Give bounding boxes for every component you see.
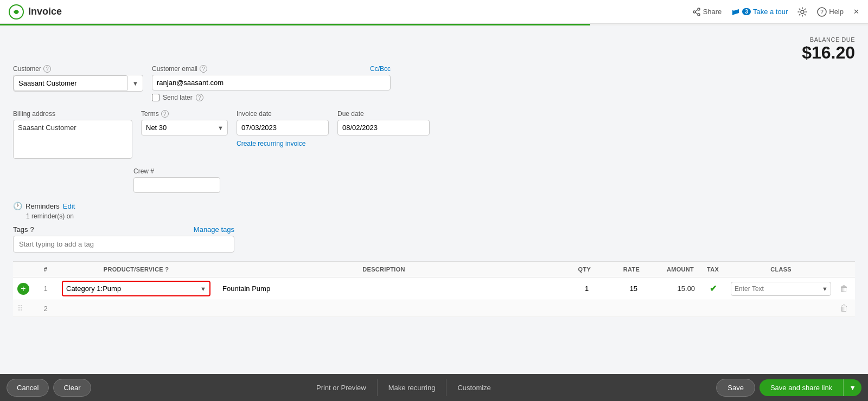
col-header-tax: TAX — [699, 262, 726, 277]
rate-cell-1 — [596, 277, 645, 300]
tour-badge: 3 — [742, 8, 751, 15]
email-help-icon[interactable]: ? — [200, 65, 207, 73]
tax-cell-1: ✔ — [699, 277, 726, 300]
crew-input[interactable] — [133, 177, 220, 193]
balance-due-amount: $16.20 — [802, 43, 855, 63]
help-button[interactable]: ? Help — [817, 7, 844, 17]
logo-area: Invoice — [9, 4, 692, 20]
product-select-1[interactable]: ▼ — [62, 281, 210, 296]
save-share-button[interactable]: Save and share link — [760, 379, 843, 396]
line-items-table: # PRODUCT/SERVICE ? DESCRIPTION QTY RATE… — [13, 261, 855, 317]
close-button[interactable]: ✕ — [853, 8, 859, 16]
svg-rect-6 — [732, 10, 733, 15]
qty-cell-1 — [553, 277, 596, 300]
col-header-qty: QTY — [553, 262, 596, 277]
tags-section: Tags ? Manage tags — [13, 225, 855, 253]
save-button[interactable]: Save — [716, 379, 755, 397]
send-later-checkbox[interactable] — [152, 94, 159, 101]
class-cell-2 — [726, 300, 835, 317]
product-cell-2[interactable] — [58, 300, 215, 317]
class-select-1[interactable]: ▼ — [731, 282, 831, 296]
terms-help-icon[interactable]: ? — [161, 110, 169, 118]
desc-cell-1 — [215, 277, 553, 300]
rate-input-1[interactable] — [601, 282, 641, 295]
qty-cell-2[interactable] — [553, 300, 596, 317]
billing-address-box[interactable]: Saasant Customer — [13, 120, 132, 159]
app-logo-icon — [9, 4, 24, 20]
page-title: Invoice — [28, 6, 62, 17]
take-tour-button[interactable]: 3 Take a tour — [731, 8, 788, 16]
gear-icon — [797, 7, 807, 17]
main-content: BALANCE DUE $16.20 Customer ? ▼ Customer… — [0, 25, 868, 374]
crew-label: Crew # — [133, 167, 220, 175]
clock-icon: 🕐 — [13, 202, 22, 210]
billing-address-label: Billing address — [13, 110, 132, 118]
amount-cell-1: 15.00 — [645, 277, 699, 300]
customer-email-label: Customer email ? Cc/Bcc — [152, 65, 391, 73]
print-preview-button[interactable]: Print or Preview — [305, 379, 378, 396]
invoice-date-group: Invoice date Create recurring invoice — [237, 110, 329, 147]
amount-cell-2 — [645, 300, 699, 317]
customer-help-icon[interactable]: ? — [43, 65, 51, 73]
customer-input[interactable] — [14, 75, 128, 91]
manage-tags-button[interactable]: Manage tags — [194, 225, 234, 234]
create-recurring-link[interactable]: Create recurring invoice — [237, 140, 329, 147]
due-date-input[interactable] — [337, 120, 430, 135]
customer-email-input[interactable] — [152, 75, 391, 90]
billing-address-group: Billing address Saasant Customer — [13, 110, 132, 159]
desc-cell-2[interactable] — [215, 300, 553, 317]
reminders-edit-button[interactable]: Edit — [63, 202, 75, 210]
class-dropdown-arrow-1[interactable]: ▼ — [819, 286, 831, 292]
send-later-help-icon[interactable]: ? — [196, 94, 203, 101]
make-recurring-button[interactable]: Make recurring — [378, 379, 447, 396]
del-cell-2: 🗑 — [835, 300, 855, 317]
tax-cell-2 — [699, 300, 726, 317]
desc-input-1[interactable] — [219, 282, 548, 295]
delete-row-1-button[interactable]: 🗑 — [840, 284, 848, 294]
customer-dropdown-arrow[interactable]: ▼ — [128, 80, 143, 87]
product-dropdown-arrow-1[interactable]: ▼ — [197, 286, 209, 292]
customize-button[interactable]: Customize — [446, 379, 501, 396]
drag-handle-2[interactable]: ⠿ — [17, 304, 23, 313]
footer-bar: Cancel Clear Print or Preview Make recur… — [0, 374, 868, 401]
svg-point-2 — [693, 11, 695, 13]
tags-input[interactable] — [13, 236, 234, 253]
col-header-add — [13, 262, 34, 277]
customer-select[interactable]: ▼ — [13, 75, 143, 92]
col-header-desc: DESCRIPTION — [215, 262, 553, 277]
clear-button[interactable]: Clear — [53, 379, 91, 397]
customer-row: Customer ? ▼ Customer email ? Cc/Bcc Sen… — [13, 65, 855, 101]
balance-due-label: BALANCE DUE — [802, 36, 855, 43]
help-icon: ? — [817, 7, 827, 17]
class-cell-1: ▼ — [726, 277, 835, 300]
row-num-1: 1 — [34, 277, 58, 300]
tax-checkmark-1[interactable]: ✔ — [710, 283, 717, 294]
share-button[interactable]: Share — [692, 8, 722, 16]
save-share-group: Save and share link ▼ — [760, 379, 861, 396]
balance-due: BALANCE DUE $16.20 — [802, 36, 855, 63]
qty-input-1[interactable] — [557, 282, 592, 295]
delete-row-2-button[interactable]: 🗑 — [840, 303, 848, 313]
tags-help-icon[interactable]: ? — [30, 225, 34, 234]
settings-button[interactable] — [797, 7, 807, 17]
save-share-dropdown-button[interactable]: ▼ — [843, 379, 861, 396]
product-help-icon[interactable]: ? — [165, 266, 169, 273]
terms-select[interactable]: Net 30 Due on receipt Net 15 Net 45 Net … — [141, 120, 228, 135]
invoice-date-input[interactable] — [237, 120, 329, 135]
product-input-1[interactable] — [63, 282, 197, 295]
class-input-1[interactable] — [731, 282, 819, 295]
svg-point-1 — [698, 8, 700, 10]
add-line-button[interactable]: + — [17, 283, 29, 295]
tags-label: Tags — [13, 225, 28, 234]
table-row: ⠿ 2 🗑 — [13, 300, 855, 317]
customer-group: Customer ? ▼ — [13, 65, 143, 92]
share-icon — [692, 8, 701, 16]
rate-cell-2[interactable] — [596, 300, 645, 317]
crew-group: Crew # — [133, 167, 220, 193]
footer-right: Save Save and share link ▼ — [716, 379, 861, 397]
cc-bcc-button[interactable]: Cc/Bcc — [370, 65, 391, 73]
col-header-num: # — [34, 262, 58, 277]
cancel-button[interactable]: Cancel — [7, 379, 49, 397]
due-date-group: Due date — [337, 110, 430, 135]
customer-label: Customer ? — [13, 65, 143, 73]
